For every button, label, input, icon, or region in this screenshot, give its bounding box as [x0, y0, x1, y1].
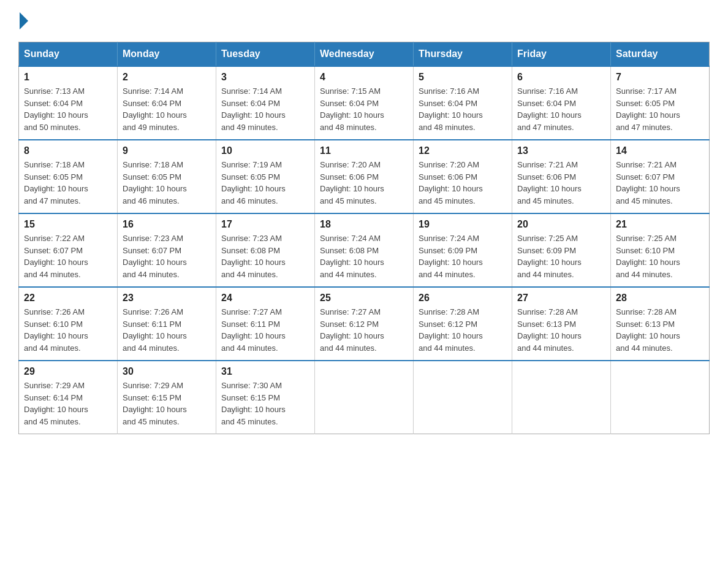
day-info: Sunrise: 7:18 AMSunset: 6:05 PMDaylight:…	[123, 159, 211, 207]
logo-arrow2-icon	[20, 21, 28, 29]
day-number: 10	[221, 145, 309, 156]
calendar-cell	[315, 361, 414, 434]
calendar-cell: 4 Sunrise: 7:15 AMSunset: 6:04 PMDayligh…	[315, 66, 414, 140]
day-number: 28	[616, 293, 704, 304]
day-info: Sunrise: 7:14 AMSunset: 6:04 PMDaylight:…	[123, 85, 211, 133]
day-info: Sunrise: 7:26 AMSunset: 6:10 PMDaylight:…	[24, 306, 112, 354]
day-number: 24	[221, 293, 309, 304]
calendar-cell: 31 Sunrise: 7:30 AMSunset: 6:15 PMDaylig…	[216, 361, 315, 434]
calendar-cell: 29 Sunrise: 7:29 AMSunset: 6:14 PMDaylig…	[19, 361, 118, 434]
calendar-cell: 14 Sunrise: 7:21 AMSunset: 6:07 PMDaylig…	[611, 140, 710, 213]
calendar-cell: 10 Sunrise: 7:19 AMSunset: 6:05 PMDaylig…	[216, 140, 315, 213]
day-number: 9	[123, 145, 211, 156]
weekday-header-sunday: Sunday	[19, 42, 118, 67]
day-number: 8	[24, 145, 112, 156]
calendar-cell: 23 Sunrise: 7:26 AMSunset: 6:11 PMDaylig…	[118, 287, 216, 361]
day-number: 15	[24, 219, 112, 230]
day-number: 17	[221, 219, 309, 230]
day-number: 12	[419, 145, 507, 156]
day-info: Sunrise: 7:25 AMSunset: 6:10 PMDaylight:…	[616, 232, 704, 280]
day-info: Sunrise: 7:21 AMSunset: 6:06 PMDaylight:…	[517, 159, 605, 207]
calendar-cell: 16 Sunrise: 7:23 AMSunset: 6:07 PMDaylig…	[118, 213, 216, 287]
day-info: Sunrise: 7:20 AMSunset: 6:06 PMDaylight:…	[320, 159, 408, 207]
day-number: 20	[517, 219, 605, 230]
week-row-4: 22 Sunrise: 7:26 AMSunset: 6:10 PMDaylig…	[19, 287, 710, 361]
day-info: Sunrise: 7:25 AMSunset: 6:09 PMDaylight:…	[517, 232, 605, 280]
calendar-cell	[512, 361, 611, 434]
calendar-cell: 2 Sunrise: 7:14 AMSunset: 6:04 PMDayligh…	[118, 66, 216, 140]
day-info: Sunrise: 7:28 AMSunset: 6:13 PMDaylight:…	[616, 306, 704, 354]
day-info: Sunrise: 7:29 AMSunset: 6:14 PMDaylight:…	[24, 380, 112, 427]
weekday-header-monday: Monday	[118, 42, 216, 67]
calendar-cell: 15 Sunrise: 7:22 AMSunset: 6:07 PMDaylig…	[19, 213, 118, 287]
calendar-cell: 9 Sunrise: 7:18 AMSunset: 6:05 PMDayligh…	[118, 140, 216, 213]
calendar-cell: 22 Sunrise: 7:26 AMSunset: 6:10 PMDaylig…	[19, 287, 118, 361]
day-number: 3	[221, 72, 309, 83]
calendar-cell: 20 Sunrise: 7:25 AMSunset: 6:09 PMDaylig…	[512, 213, 611, 287]
day-info: Sunrise: 7:29 AMSunset: 6:15 PMDaylight:…	[123, 380, 211, 427]
calendar-header: SundayMondayTuesdayWednesdayThursdayFrid…	[19, 42, 710, 67]
calendar-cell: 5 Sunrise: 7:16 AMSunset: 6:04 PMDayligh…	[414, 66, 512, 140]
day-info: Sunrise: 7:16 AMSunset: 6:04 PMDaylight:…	[517, 85, 605, 133]
day-info: Sunrise: 7:23 AMSunset: 6:07 PMDaylight:…	[123, 232, 211, 280]
day-number: 18	[320, 219, 408, 230]
week-row-2: 8 Sunrise: 7:18 AMSunset: 6:05 PMDayligh…	[19, 140, 710, 213]
day-number: 13	[517, 145, 605, 156]
day-number: 31	[221, 366, 309, 377]
calendar-cell	[414, 361, 512, 434]
day-info: Sunrise: 7:26 AMSunset: 6:11 PMDaylight:…	[123, 306, 211, 354]
day-number: 4	[320, 72, 408, 83]
day-number: 26	[419, 293, 507, 304]
calendar-cell: 17 Sunrise: 7:23 AMSunset: 6:08 PMDaylig…	[216, 213, 315, 287]
day-number: 22	[24, 293, 112, 304]
calendar-cell: 6 Sunrise: 7:16 AMSunset: 6:04 PMDayligh…	[512, 66, 611, 140]
day-info: Sunrise: 7:21 AMSunset: 6:07 PMDaylight:…	[616, 159, 704, 207]
calendar-cell: 27 Sunrise: 7:28 AMSunset: 6:13 PMDaylig…	[512, 287, 611, 361]
day-info: Sunrise: 7:14 AMSunset: 6:04 PMDaylight:…	[221, 85, 309, 133]
week-row-3: 15 Sunrise: 7:22 AMSunset: 6:07 PMDaylig…	[19, 213, 710, 287]
calendar-cell: 3 Sunrise: 7:14 AMSunset: 6:04 PMDayligh…	[216, 66, 315, 140]
weekday-header-friday: Friday	[512, 42, 611, 67]
day-info: Sunrise: 7:30 AMSunset: 6:15 PMDaylight:…	[221, 380, 309, 427]
logo	[18, 12, 29, 29]
calendar-body: 1 Sunrise: 7:13 AMSunset: 6:04 PMDayligh…	[19, 66, 710, 434]
day-info: Sunrise: 7:17 AMSunset: 6:05 PMDaylight:…	[616, 85, 704, 133]
day-number: 21	[616, 219, 704, 230]
day-number: 5	[419, 72, 507, 83]
day-number: 16	[123, 219, 211, 230]
calendar-table: SundayMondayTuesdayWednesdayThursdayFrid…	[18, 42, 710, 434]
day-info: Sunrise: 7:28 AMSunset: 6:13 PMDaylight:…	[517, 306, 605, 354]
day-number: 11	[320, 145, 408, 156]
calendar-cell: 30 Sunrise: 7:29 AMSunset: 6:15 PMDaylig…	[118, 361, 216, 434]
day-info: Sunrise: 7:27 AMSunset: 6:11 PMDaylight:…	[221, 306, 309, 354]
day-info: Sunrise: 7:13 AMSunset: 6:04 PMDaylight:…	[24, 85, 112, 133]
day-number: 30	[123, 366, 211, 377]
day-info: Sunrise: 7:18 AMSunset: 6:05 PMDaylight:…	[24, 159, 112, 207]
day-info: Sunrise: 7:15 AMSunset: 6:04 PMDaylight:…	[320, 85, 408, 133]
calendar-cell: 21 Sunrise: 7:25 AMSunset: 6:10 PMDaylig…	[611, 213, 710, 287]
day-info: Sunrise: 7:28 AMSunset: 6:12 PMDaylight:…	[419, 306, 507, 354]
calendar-cell: 18 Sunrise: 7:24 AMSunset: 6:08 PMDaylig…	[315, 213, 414, 287]
day-info: Sunrise: 7:24 AMSunset: 6:08 PMDaylight:…	[320, 232, 408, 280]
weekday-header-wednesday: Wednesday	[315, 42, 414, 67]
day-info: Sunrise: 7:19 AMSunset: 6:05 PMDaylight:…	[221, 159, 309, 207]
day-info: Sunrise: 7:20 AMSunset: 6:06 PMDaylight:…	[419, 159, 507, 207]
calendar-cell: 28 Sunrise: 7:28 AMSunset: 6:13 PMDaylig…	[611, 287, 710, 361]
weekday-header-thursday: Thursday	[414, 42, 512, 67]
day-info: Sunrise: 7:16 AMSunset: 6:04 PMDaylight:…	[419, 85, 507, 133]
day-info: Sunrise: 7:22 AMSunset: 6:07 PMDaylight:…	[24, 232, 112, 280]
calendar-cell: 12 Sunrise: 7:20 AMSunset: 6:06 PMDaylig…	[414, 140, 512, 213]
calendar-cell: 26 Sunrise: 7:28 AMSunset: 6:12 PMDaylig…	[414, 287, 512, 361]
weekday-header-tuesday: Tuesday	[216, 42, 315, 67]
weekday-row: SundayMondayTuesdayWednesdayThursdayFrid…	[19, 42, 710, 67]
week-row-1: 1 Sunrise: 7:13 AMSunset: 6:04 PMDayligh…	[19, 66, 710, 140]
weekday-header-saturday: Saturday	[611, 42, 710, 67]
day-number: 29	[24, 366, 112, 377]
page-header	[18, 12, 710, 29]
day-number: 1	[24, 72, 112, 83]
day-number: 7	[616, 72, 704, 83]
day-number: 27	[517, 293, 605, 304]
calendar-cell: 24 Sunrise: 7:27 AMSunset: 6:11 PMDaylig…	[216, 287, 315, 361]
day-number: 14	[616, 145, 704, 156]
calendar-cell: 19 Sunrise: 7:24 AMSunset: 6:09 PMDaylig…	[414, 213, 512, 287]
